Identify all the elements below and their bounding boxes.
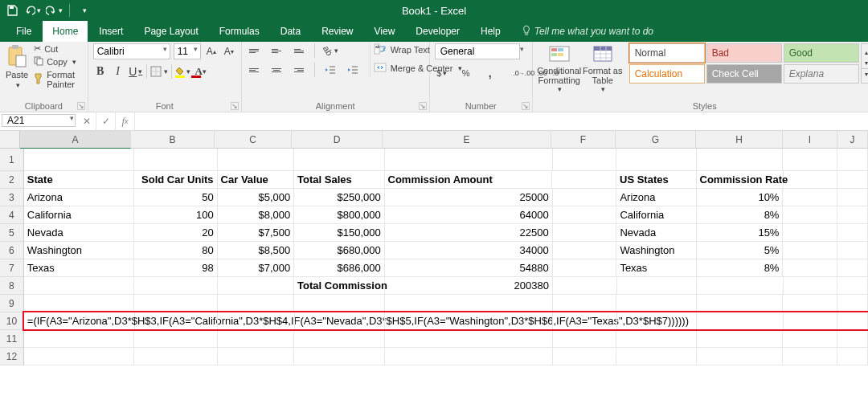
tab-review[interactable]: Review bbox=[312, 21, 362, 42]
italic-button[interactable]: I bbox=[111, 64, 125, 79]
bold-button[interactable]: B bbox=[93, 64, 108, 79]
cell-J2[interactable] bbox=[837, 171, 868, 189]
decrease-indent-icon[interactable] bbox=[323, 63, 338, 77]
accounting-format-button[interactable]: $ ▾ bbox=[435, 66, 449, 80]
cell-F2[interactable] bbox=[552, 171, 616, 189]
cell-B11[interactable] bbox=[134, 330, 218, 348]
tab-home[interactable]: Home bbox=[43, 21, 88, 42]
cell-I8[interactable] bbox=[784, 277, 838, 295]
cell-I1[interactable] bbox=[783, 149, 837, 171]
cell-A5[interactable]: Nevada bbox=[24, 224, 134, 242]
cell-styles-gallery[interactable]: Normal Bad Good Calculation Check Cell E… bbox=[629, 43, 859, 84]
comma-format-button[interactable]: , bbox=[483, 66, 497, 80]
cell-F7[interactable] bbox=[553, 259, 617, 277]
cell-D11[interactable] bbox=[294, 330, 384, 348]
row-header-10[interactable]: 10 bbox=[0, 312, 24, 330]
cell-B12[interactable] bbox=[134, 348, 218, 365]
cell-E1[interactable] bbox=[385, 149, 553, 171]
cell-H4[interactable]: 8% bbox=[697, 206, 784, 224]
cell-F4[interactable] bbox=[553, 206, 617, 224]
cell-G10[interactable] bbox=[617, 312, 697, 330]
cell-A9[interactable] bbox=[24, 295, 134, 312]
cell-D4[interactable]: $800,000 bbox=[294, 206, 384, 224]
cell-J8[interactable] bbox=[837, 277, 868, 295]
cell-C10[interactable] bbox=[218, 312, 295, 330]
tab-insert[interactable]: Insert bbox=[89, 21, 133, 42]
cell-H12[interactable] bbox=[697, 348, 784, 365]
cell-B1[interactable] bbox=[134, 149, 218, 171]
tab-data[interactable]: Data bbox=[271, 21, 310, 42]
cell-H10[interactable] bbox=[697, 312, 783, 330]
cell-E2[interactable]: Commission Amount bbox=[385, 171, 553, 189]
cell-A3[interactable]: Arizona bbox=[24, 189, 134, 206]
style-calculation[interactable]: Calculation bbox=[629, 64, 705, 84]
cell-C4[interactable]: $8,000 bbox=[218, 206, 295, 224]
paste-button[interactable]: Paste ▾ bbox=[5, 43, 29, 90]
cell-A7[interactable]: Texas bbox=[24, 259, 134, 277]
column-header-E[interactable]: E bbox=[383, 131, 551, 149]
cell-C12[interactable] bbox=[218, 348, 295, 365]
cell-C9[interactable] bbox=[218, 295, 295, 312]
save-icon[interactable] bbox=[5, 3, 19, 18]
cell-H11[interactable] bbox=[697, 330, 784, 348]
underline-button[interactable]: U ▾ bbox=[129, 64, 143, 79]
align-right-icon[interactable] bbox=[292, 63, 306, 77]
conditional-formatting-button[interactable]: Conditional Formatting▾ bbox=[538, 43, 581, 93]
formula-input[interactable] bbox=[135, 114, 868, 129]
cell-D9[interactable] bbox=[294, 295, 384, 312]
cell-F9[interactable] bbox=[553, 295, 617, 312]
cell-A4[interactable]: California bbox=[24, 206, 134, 224]
cell-B10[interactable] bbox=[135, 312, 218, 330]
qat-customize-icon[interactable]: ▾ bbox=[76, 3, 91, 18]
row-header-8[interactable]: 8 bbox=[0, 277, 24, 295]
align-top-icon[interactable] bbox=[247, 43, 261, 58]
tab-formulas[interactable]: Formulas bbox=[210, 21, 269, 42]
column-header-H[interactable]: H bbox=[696, 131, 783, 149]
cell-I3[interactable] bbox=[783, 189, 837, 206]
align-center-icon[interactable] bbox=[269, 63, 284, 77]
cell-A10[interactable]: =(IF(A3="Arizona",D3*$H$3,IF(A3="Califor… bbox=[24, 312, 135, 330]
cell-I2[interactable] bbox=[784, 171, 838, 189]
cell-G4[interactable]: California bbox=[616, 206, 697, 224]
cell-B8[interactable] bbox=[134, 277, 217, 295]
percent-format-button[interactable]: % bbox=[459, 66, 473, 80]
dialog-launcher-font[interactable]: ↘ bbox=[231, 102, 239, 110]
tell-me-search[interactable]: Tell me what you want to do bbox=[512, 21, 663, 42]
font-size-input[interactable] bbox=[174, 43, 201, 59]
column-header-J[interactable]: J bbox=[837, 131, 868, 149]
row-header-1[interactable]: 1 bbox=[0, 149, 24, 171]
cell-G7[interactable]: Texas bbox=[616, 259, 697, 277]
cell-D6[interactable]: $680,000 bbox=[294, 242, 384, 259]
cell-G5[interactable]: Nevada bbox=[616, 224, 697, 242]
cell-H1[interactable] bbox=[697, 149, 784, 171]
row-header-3[interactable]: 3 bbox=[0, 189, 24, 206]
cell-I6[interactable] bbox=[783, 242, 837, 259]
cell-C8[interactable] bbox=[218, 277, 295, 295]
dialog-launcher-clipboard[interactable]: ↘ bbox=[77, 102, 85, 110]
cell-E11[interactable] bbox=[385, 330, 553, 348]
cell-C1[interactable] bbox=[218, 149, 295, 171]
cell-B3[interactable]: 50 bbox=[134, 189, 218, 206]
column-header-I[interactable]: I bbox=[783, 131, 837, 149]
column-header-A[interactable]: A bbox=[20, 131, 131, 149]
dialog-launcher-number[interactable]: ↘ bbox=[522, 102, 530, 110]
cell-G6[interactable]: Washington bbox=[616, 242, 697, 259]
border-button[interactable]: ▾ bbox=[150, 64, 168, 79]
cell-D2[interactable]: Total Sales bbox=[294, 171, 384, 189]
cell-F6[interactable] bbox=[553, 242, 617, 259]
cell-I10[interactable] bbox=[784, 312, 838, 330]
tab-view[interactable]: View bbox=[365, 21, 405, 42]
cell-F11[interactable] bbox=[553, 330, 617, 348]
cell-C5[interactable]: $7,500 bbox=[218, 224, 295, 242]
style-explanatory[interactable]: Explana bbox=[784, 64, 859, 84]
cell-G1[interactable] bbox=[616, 149, 697, 171]
row-header-4[interactable]: 4 bbox=[0, 206, 24, 224]
font-color-button[interactable]: A ▾ bbox=[194, 64, 208, 79]
cell-G3[interactable]: Arizona bbox=[616, 189, 697, 206]
cell-F8[interactable] bbox=[553, 277, 617, 295]
orientation-button[interactable]: ab ▾ bbox=[323, 43, 338, 58]
cell-J12[interactable] bbox=[837, 348, 868, 365]
cell-C2[interactable]: Car Value bbox=[218, 171, 295, 189]
cell-H9[interactable] bbox=[697, 295, 784, 312]
column-header-C[interactable]: C bbox=[215, 131, 292, 149]
